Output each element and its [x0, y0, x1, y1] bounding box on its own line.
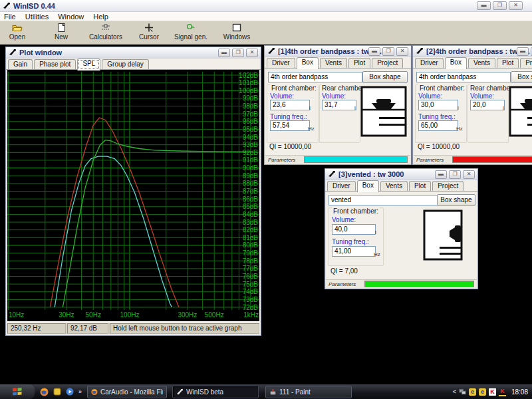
windows-button[interactable]: Windows — [219, 22, 254, 43]
parameters-color-bar[interactable] — [304, 156, 408, 163]
box-window-1-titlebar[interactable]: [1]4th order bandpass : tw 3... ▬ ❐ ✕ — [265, 46, 411, 57]
menu-utilities[interactable]: Utilities — [25, 13, 49, 21]
tab-project[interactable]: Project — [372, 58, 403, 68]
front-volume-input[interactable]: 23,6 — [270, 100, 310, 110]
tab-project[interactable]: Project — [520, 58, 532, 68]
box-window-1-title: [1]4th order bandpass : tw 3... — [278, 47, 382, 55]
task-button-paint[interactable]: 111 - Paint — [265, 386, 352, 398]
tab-gain[interactable]: Gain — [8, 59, 33, 70]
parameters-color-bar[interactable] — [452, 156, 532, 163]
minimize-icon[interactable]: ▬ — [477, 1, 491, 10]
status-hint: Hold left mouse button to trace active g… — [110, 323, 259, 334]
svg-text:92dB: 92dB — [243, 149, 259, 156]
new-button[interactable]: New — [44, 22, 78, 43]
tuning-freq-unit: Hz — [374, 251, 380, 257]
firefox-icon — [91, 388, 98, 396]
close-icon[interactable]: ✕ — [246, 49, 258, 57]
tab-plot[interactable]: Plot — [497, 58, 519, 68]
menu-window[interactable]: Window — [58, 13, 84, 21]
front-volume-input[interactable]: 40,0 — [332, 224, 376, 235]
firefox-icon[interactable] — [40, 388, 49, 396]
tray-collapse-chevron[interactable]: < — [453, 388, 456, 395]
parameters-label: Parameters — [414, 157, 452, 163]
tab-box[interactable]: Box — [357, 180, 379, 192]
emule-icon-2[interactable]: e — [479, 388, 486, 396]
minimize-icon[interactable]: ▬ — [517, 47, 529, 56]
network-icon[interactable] — [459, 388, 466, 396]
close-icon[interactable]: ✕ — [396, 47, 408, 56]
tab-box[interactable]: Box — [445, 57, 467, 69]
task-button-winisd[interactable]: WinISD beta — [172, 386, 259, 398]
rear-volume-input[interactable]: 20,0 — [470, 100, 505, 110]
port-slot — [379, 124, 406, 126]
box-window-2-titlebar[interactable]: [2]4th order bandpass : tw 3... ▬ ❐ ✕ — [413, 46, 532, 57]
plot-window-titlebar[interactable]: Plot window ▬ ❐ ✕ — [6, 47, 261, 59]
vented-box-diagram — [423, 209, 463, 261]
box-window-2-icon — [416, 47, 424, 55]
restore-icon[interactable]: ❐ — [232, 49, 244, 57]
cursor-button[interactable]: Cursor — [132, 22, 166, 43]
svg-text:102dB: 102dB — [239, 72, 258, 79]
tuning-freq-input[interactable]: 65,00 — [418, 120, 458, 131]
minimize-icon[interactable]: ▬ — [218, 49, 230, 57]
menu-help[interactable]: Help — [93, 13, 108, 21]
box-window-3-titlebar[interactable]: [3]vented : tw 3000 ▬ ❐ ✕ — [325, 169, 477, 180]
spl-chart[interactable]: 102dB101dB100dB99dB98dB97dB96dB95dB94dB9… — [7, 70, 259, 321]
svg-text:75dB: 75dB — [243, 281, 259, 288]
main-toolbar: Open New Calculators Cursor Signal gen. … — [0, 21, 532, 45]
plot-statusbar: 250,32 Hz 92,17 dB Hold left mouse butto… — [7, 323, 259, 334]
svg-text:73dB: 73dB — [243, 296, 259, 303]
media-player-icon[interactable] — [66, 388, 74, 396]
box-window-2: [2]4th order bandpass : tw 3... ▬ ❐ ✕ Dr… — [412, 45, 532, 165]
tab-driver[interactable]: Driver — [267, 58, 295, 68]
close-icon[interactable]: ✕ — [463, 170, 475, 179]
tab-box[interactable]: Box — [297, 57, 319, 69]
tab-driver[interactable]: Driver — [415, 58, 444, 68]
system-tray: < e e K K 18:08 — [453, 388, 532, 396]
tab-phase-plot[interactable]: Phase plot — [34, 59, 76, 70]
tab-driver[interactable]: Driver — [327, 181, 356, 192]
front-volume-input[interactable]: 30,0 — [418, 100, 458, 110]
task-button-caraudio[interactable]: CarAudio - Mozilla Fir... — [87, 386, 167, 398]
tab-plot[interactable]: Plot — [348, 58, 370, 68]
minimize-icon[interactable]: ▬ — [435, 170, 447, 179]
parameters-color-bar[interactable] — [364, 281, 474, 287]
tab-plot[interactable]: Plot — [409, 181, 431, 192]
tab-vents[interactable]: Vents — [468, 58, 495, 68]
tab-spl[interactable]: SPL — [77, 59, 100, 70]
restore-icon[interactable]: ❐ — [493, 1, 507, 10]
svg-text:300Hz: 300Hz — [178, 311, 197, 319]
calculators-button[interactable]: Calculators — [85, 22, 126, 43]
tab-vents[interactable]: Vents — [320, 58, 347, 68]
quick-launch-overflow-chevron[interactable]: » — [78, 388, 82, 395]
restore-icon[interactable]: ❐ — [382, 47, 394, 56]
tab-vents[interactable]: Vents — [380, 181, 408, 192]
menu-file[interactable]: File — [4, 13, 16, 21]
box-type-field[interactable]: 4th order bandpass — [268, 72, 362, 82]
tab-group-delay[interactable]: Group delay — [102, 59, 148, 70]
yellow-app-icon[interactable] — [53, 388, 61, 396]
signal-gen-button[interactable]: Signal gen. — [170, 22, 211, 43]
tab-project[interactable]: Project — [432, 181, 464, 192]
parameters-bar: Parameters — [265, 155, 410, 164]
tuning-freq-input[interactable]: 41,00 — [332, 246, 376, 257]
minimize-icon[interactable]: ▬ — [368, 47, 380, 56]
k-app-icon[interactable]: K — [499, 388, 506, 396]
box-shape-button[interactable]: Box shape — [362, 71, 408, 83]
restore-icon[interactable]: ❐ — [449, 170, 461, 179]
tuning-freq-input[interactable]: 57,54 — [270, 120, 310, 131]
svg-text:79dB: 79dB — [243, 249, 259, 257]
box-type-field[interactable]: vented — [329, 195, 439, 205]
box-shape-button[interactable]: Box shape — [511, 71, 532, 83]
box-window-3-title: [3]vented : tw 3000 — [338, 170, 404, 178]
kaspersky-icon[interactable]: K — [489, 388, 496, 396]
emule-icon[interactable]: e — [469, 388, 476, 396]
ql-value: Ql = 10000,00 — [418, 143, 460, 150]
start-button[interactable] — [0, 384, 35, 399]
rear-volume-input[interactable]: 31,7 — [322, 100, 356, 110]
box-type-field[interactable]: 4th order bandpass — [416, 72, 511, 82]
open-button[interactable]: Open — [0, 22, 35, 43]
close-icon[interactable]: ✕ — [509, 1, 523, 10]
box-shape-button[interactable]: Box shape — [437, 194, 475, 206]
driver-magnet — [455, 225, 461, 242]
